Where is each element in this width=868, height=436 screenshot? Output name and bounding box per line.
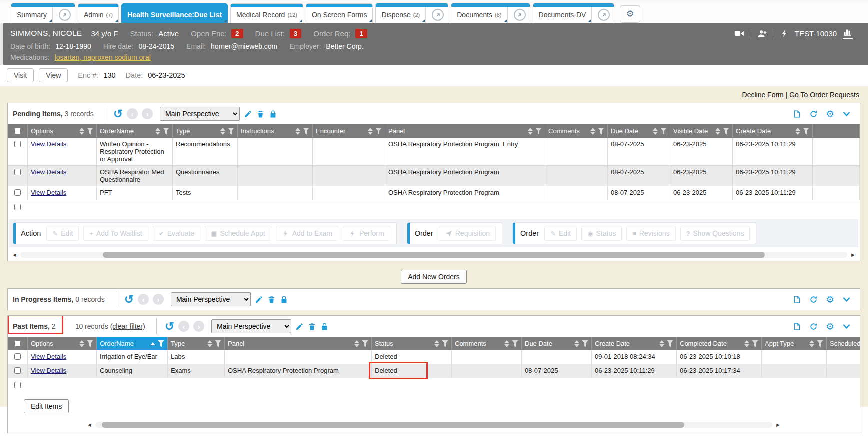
medications-links[interactable]: losartan, naproxen sodium oral	[55, 53, 151, 61]
sort-icon[interactable]	[528, 128, 533, 135]
scroll-right-icon[interactable]: ►	[776, 422, 781, 428]
tab-health-surveillance-due-list[interactable]: Health Surveillance:Due List	[122, 3, 228, 23]
lightning-bolt-icon[interactable]	[780, 29, 789, 38]
tab-on-screen-forms[interactable]: On Screen Forms	[306, 3, 373, 23]
filter-icon[interactable]	[163, 128, 170, 135]
sort-icon[interactable]	[434, 340, 440, 347]
col-header-create-date[interactable]: Create Date	[733, 124, 813, 138]
filter-icon[interactable]	[87, 340, 94, 347]
view-button[interactable]: View	[39, 68, 68, 82]
col-header-options[interactable]: Options	[28, 124, 97, 138]
col-header-encounter[interactable]: Encounter	[313, 124, 386, 138]
sort-icon[interactable]	[80, 128, 84, 135]
col-header-due-date[interactable]: Due Date	[608, 124, 670, 138]
sort-icon[interactable]	[716, 128, 720, 135]
sort-icon[interactable]	[796, 128, 800, 135]
sort-icon[interactable]	[810, 340, 814, 347]
video-camera-icon[interactable]	[734, 28, 745, 38]
row-checkbox[interactable]	[14, 353, 21, 360]
col-header-create-date[interactable]: Create Date	[592, 337, 677, 350]
open-in-new-button[interactable]	[508, 7, 530, 23]
scrollbar-thumb[interactable]	[103, 252, 764, 258]
delete-perspective-icon[interactable]	[308, 322, 316, 331]
filter-icon[interactable]	[512, 340, 518, 347]
scroll-left-icon[interactable]: ◄	[12, 252, 18, 258]
export-document-icon[interactable]	[793, 322, 802, 331]
filter-icon[interactable]	[752, 340, 758, 347]
col-header-appt-type[interactable]: Appt Type	[762, 337, 827, 350]
order-req-badge[interactable]: 1	[356, 29, 368, 38]
decline-form-link[interactable]: Decline Form	[742, 91, 784, 99]
undo-icon[interactable]: ↺	[114, 108, 123, 120]
revisions-button[interactable]: ≡Revisions	[626, 226, 676, 241]
col-header-scheduled[interactable]: Scheduled	[827, 337, 860, 350]
clear-filter-link[interactable]: (clear filter)	[110, 322, 146, 330]
edit-items-button[interactable]: Edit Items	[24, 399, 69, 413]
scrollbar-track[interactable]	[96, 422, 772, 428]
collapse-chevron-icon[interactable]	[842, 295, 851, 304]
visit-button[interactable]: Visit	[7, 68, 34, 82]
status-button[interactable]: ◉Status	[582, 226, 622, 241]
sort-icon[interactable]	[368, 128, 373, 135]
row-checkbox[interactable]	[14, 189, 21, 196]
filter-icon[interactable]	[303, 128, 310, 135]
tab-admin[interactable]: Admin(7)	[78, 3, 119, 23]
sort-icon[interactable]	[744, 340, 750, 347]
tab-summary[interactable]: Summary	[11, 3, 76, 23]
flowsheet-chart-icon[interactable]	[843, 27, 853, 39]
filter-icon[interactable]	[803, 128, 810, 135]
settings-gear-icon[interactable]: ⚙	[826, 109, 834, 119]
undo-icon[interactable]: ↺	[124, 294, 134, 305]
col-header-completed-date[interactable]: Completed Date	[677, 337, 762, 350]
filter-icon[interactable]	[362, 340, 368, 347]
col-header-comments[interactable]: Comments	[546, 124, 608, 138]
col-header-ordername-sorted[interactable]: OrderName	[97, 337, 168, 350]
refresh-icon[interactable]	[810, 295, 818, 304]
filter-icon[interactable]	[660, 128, 667, 135]
row-checkbox[interactable]	[14, 169, 21, 175]
col-header-type[interactable]: Type	[168, 337, 225, 350]
add-new-orders-button[interactable]: Add New Orders	[401, 270, 466, 284]
sort-icon[interactable]	[354, 340, 360, 347]
prev-perspective-icon[interactable]: ‹	[127, 108, 138, 119]
filter-icon[interactable]	[598, 128, 604, 135]
view-details-link[interactable]: View Details	[31, 189, 66, 196]
sort-icon[interactable]	[296, 128, 300, 135]
settings-gear-icon[interactable]: ⚙	[826, 322, 834, 331]
prev-perspective-icon[interactable]: ‹	[138, 294, 149, 305]
open-enc-badge[interactable]: 2	[232, 29, 244, 38]
bulk-checkbox[interactable]	[14, 204, 21, 210]
sort-icon[interactable]	[590, 128, 596, 135]
filter-icon[interactable]	[442, 340, 448, 347]
open-in-new-button[interactable]	[426, 7, 448, 23]
edit-button[interactable]: ✎Edit	[46, 226, 79, 241]
export-document-icon[interactable]	[793, 295, 802, 304]
scrollbar-track[interactable]	[20, 252, 848, 258]
sort-icon[interactable]	[208, 340, 212, 347]
delete-perspective-icon[interactable]	[256, 110, 265, 118]
edit-perspective-icon[interactable]	[296, 322, 304, 331]
filter-icon[interactable]	[158, 340, 164, 347]
sort-icon[interactable]	[574, 340, 580, 347]
tab-documents[interactable]: Documents(8)	[451, 3, 530, 23]
due-list-badge[interactable]: 3	[290, 29, 302, 38]
tab-documents-dv[interactable]: Documents-DV	[533, 3, 615, 23]
view-details-link[interactable]: View Details	[31, 168, 66, 176]
col-header-panel[interactable]: Panel	[386, 124, 546, 138]
export-document-icon[interactable]	[793, 110, 802, 118]
order-edit-button[interactable]: ✎Edit	[544, 226, 577, 241]
add-to-waitlist-button[interactable]: +Add To Waitlist	[84, 226, 148, 241]
scroll-right-icon[interactable]: ►	[850, 252, 856, 258]
col-header-panel[interactable]: Panel	[225, 337, 372, 350]
perform-button[interactable]: Perform	[343, 226, 390, 241]
next-perspective-icon[interactable]: ›	[153, 294, 164, 305]
schedule-appt-button[interactable]: ▦Schedule Appt	[205, 226, 272, 241]
view-details-link[interactable]: View Details	[31, 353, 66, 360]
sort-icon[interactable]	[156, 128, 160, 135]
prev-perspective-icon[interactable]: ‹	[178, 321, 190, 332]
filter-icon[interactable]	[376, 128, 382, 135]
sort-ascending-icon[interactable]	[150, 342, 156, 345]
select-all-checkbox[interactable]	[14, 128, 21, 134]
filter-icon[interactable]	[228, 128, 234, 135]
filter-icon[interactable]	[536, 128, 542, 135]
